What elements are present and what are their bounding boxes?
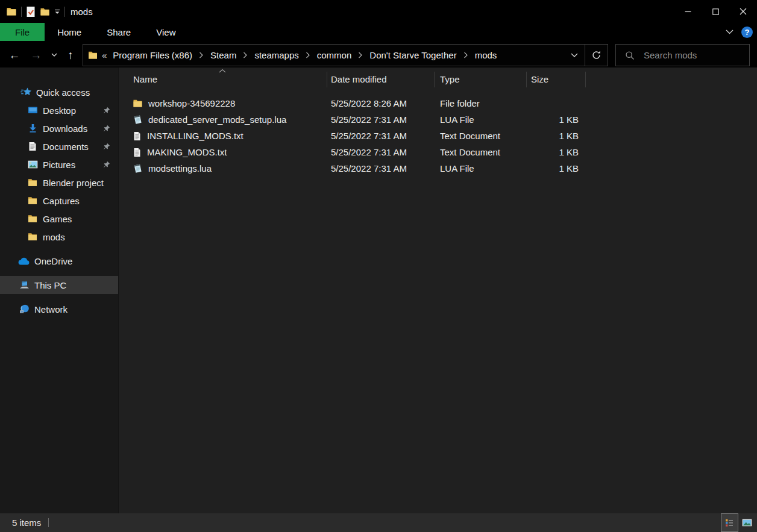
- sidebar-item-downloads[interactable]: Downloads: [0, 119, 118, 137]
- sidebar-item-blender-project[interactable]: Blender project: [0, 174, 118, 192]
- file-name: INSTALLING_MODS.txt: [147, 131, 243, 141]
- customize-toolbar-caret-icon[interactable]: [54, 9, 60, 14]
- breadcrumb-separator-icon[interactable]: [306, 52, 310, 58]
- pin-icon: [103, 161, 110, 168]
- app-folder-icon: [6, 7, 17, 16]
- sidebar-item-label: Blender project: [43, 178, 104, 188]
- file-date: 5/25/2022 7:31 AM: [327, 163, 434, 174]
- thumbnails-view-button[interactable]: [739, 514, 755, 531]
- file-row-modsettings[interactable]: modsettings.lua 5/25/2022 7:31 AM LUA Fi…: [119, 160, 757, 177]
- breadcrumb-separator-icon[interactable]: [199, 52, 204, 58]
- file-row-making-mods[interactable]: MAKING_MODS.txt 5/25/2022 7:31 AM Text D…: [119, 144, 757, 160]
- pictures-icon: [27, 160, 39, 169]
- breadcrumb-segment-dont-starve-together[interactable]: Don't Starve Together: [366, 50, 460, 60]
- column-divider[interactable]: [434, 72, 435, 87]
- search-icon: [625, 51, 635, 60]
- folder-icon: [27, 214, 39, 223]
- file-name: modsettings.lua: [148, 163, 212, 174]
- address-bar[interactable]: « Program Files (x86) Steam steamapps co…: [83, 44, 608, 66]
- file-type: Text Document: [434, 147, 526, 157]
- new-folder-icon[interactable]: [40, 7, 50, 16]
- folder-icon: [27, 196, 39, 205]
- sidebar-item-onedrive[interactable]: OneDrive: [0, 252, 118, 270]
- breadcrumb-separator-icon[interactable]: [243, 52, 248, 58]
- sidebar-group-gap: [0, 270, 118, 276]
- address-dropdown-chevron-icon[interactable]: [564, 45, 585, 66]
- breadcrumb: « Program Files (x86) Steam steamapps co…: [83, 50, 564, 60]
- file-name: dedicated_server_mods_setup.lua: [148, 114, 286, 125]
- breadcrumb-overflow[interactable]: «: [102, 50, 107, 60]
- sidebar-group-gap: [0, 246, 118, 252]
- properties-check-icon[interactable]: [26, 6, 36, 17]
- file-name: MAKING_MODS.txt: [147, 147, 227, 157]
- search-input[interactable]: [644, 50, 734, 60]
- expand-ribbon-chevron-icon[interactable]: [726, 30, 733, 34]
- file-row-workshop-folder[interactable]: workshop-345692228 5/25/2022 8:26 AM Fil…: [119, 95, 757, 111]
- desktop-icon: [27, 106, 39, 114]
- sidebar-item-label: mods: [43, 232, 65, 242]
- tab-view[interactable]: View: [143, 23, 188, 41]
- sidebar-item-games[interactable]: Games: [0, 210, 118, 228]
- file-date: 5/25/2022 8:26 AM: [327, 98, 434, 108]
- status-divider: [48, 518, 49, 527]
- toolbar-divider: [21, 7, 22, 17]
- close-button[interactable]: [729, 0, 757, 23]
- sidebar-item-pictures[interactable]: Pictures: [0, 155, 118, 174]
- toolbar-divider: [64, 7, 65, 17]
- download-arrow-icon: [27, 124, 39, 133]
- quick-access-toolbar: [0, 6, 65, 17]
- forward-button[interactable]: →: [25, 45, 47, 66]
- details-view-button[interactable]: [721, 514, 738, 531]
- location-folder-icon[interactable]: [88, 51, 98, 60]
- sidebar-item-label: Quick access: [36, 87, 90, 98]
- folder-icon: [133, 99, 143, 108]
- file-date: 5/25/2022 7:31 AM: [327, 131, 434, 141]
- column-header-date-modified[interactable]: Date modified: [327, 74, 434, 84]
- breadcrumb-segment-common[interactable]: common: [313, 50, 356, 60]
- breadcrumb-separator-icon[interactable]: [463, 52, 468, 58]
- sidebar-item-captures[interactable]: Captures: [0, 192, 118, 210]
- file-size: 1 KB: [526, 114, 585, 125]
- file-row-installing-mods[interactable]: INSTALLING_MODS.txt 5/25/2022 7:31 AM Te…: [119, 128, 757, 144]
- breadcrumb-separator-icon[interactable]: [358, 52, 363, 58]
- tab-home[interactable]: Home: [45, 23, 94, 41]
- tab-file[interactable]: File: [0, 23, 45, 41]
- column-divider[interactable]: [585, 72, 586, 87]
- file-date: 5/25/2022 7:31 AM: [327, 114, 434, 125]
- sidebar-item-mods[interactable]: mods: [0, 228, 118, 246]
- sidebar-item-documents[interactable]: Documents: [0, 137, 118, 155]
- column-header-name[interactable]: Name: [119, 74, 327, 84]
- sidebar-item-this-pc[interactable]: This PC: [0, 276, 118, 294]
- sidebar-item-desktop[interactable]: Desktop: [0, 101, 118, 119]
- this-pc-laptop-icon: [18, 281, 30, 289]
- pin-icon: [103, 107, 110, 114]
- breadcrumb-segment-steamapps[interactable]: steamapps: [251, 50, 302, 60]
- column-divider[interactable]: [327, 72, 327, 87]
- column-header-type[interactable]: Type: [434, 74, 526, 84]
- network-globe-icon: [18, 304, 30, 314]
- file-type: LUA File: [434, 163, 526, 174]
- file-row-dedicated-server-mods-setup[interactable]: dedicated_server_mods_setup.lua 5/25/202…: [119, 111, 757, 128]
- minimize-button[interactable]: [674, 0, 702, 23]
- maximize-button[interactable]: [702, 0, 729, 23]
- breadcrumb-segment-steam[interactable]: Steam: [207, 50, 240, 60]
- breadcrumb-segment-program-files[interactable]: Program Files (x86): [109, 50, 196, 60]
- help-button[interactable]: ?: [741, 27, 753, 38]
- sidebar-item-label: OneDrive: [34, 256, 72, 266]
- pin-icon: [103, 125, 110, 132]
- tab-share[interactable]: Share: [94, 23, 143, 41]
- pin-icon: [103, 143, 110, 150]
- search-box[interactable]: [615, 44, 750, 66]
- items-count: 5 items: [12, 518, 41, 528]
- back-button[interactable]: ←: [4, 45, 25, 66]
- recent-locations-chevron-icon[interactable]: [47, 45, 61, 66]
- breadcrumb-segment-mods[interactable]: mods: [471, 50, 501, 60]
- column-divider[interactable]: [526, 72, 527, 87]
- refresh-button[interactable]: [585, 45, 608, 66]
- sidebar-item-network[interactable]: Network: [0, 300, 118, 318]
- up-button[interactable]: ↑: [61, 45, 80, 66]
- column-header-size[interactable]: Size: [526, 74, 585, 84]
- sidebar-item-label: Documents: [43, 142, 89, 152]
- file-type: Text Document: [434, 131, 526, 141]
- sidebar-item-quick-access[interactable]: Quick access: [0, 83, 118, 101]
